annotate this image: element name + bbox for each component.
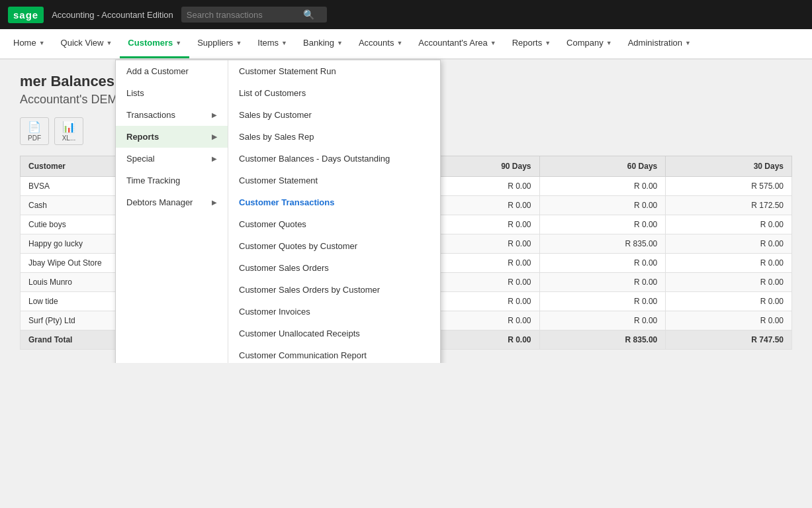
nav-label-home: Home (13, 38, 36, 48)
nav-item-accountants-area[interactable]: Accountant's Area ▼ (410, 29, 504, 58)
customer-statement-label: Customer Statement (239, 176, 318, 185)
chevron-down-icon: ▼ (281, 40, 287, 46)
nav-bar: Home ▼ Quick View ▼ Customers ▼ Supplier… (0, 29, 812, 60)
cell-30days: R 575.00 (666, 177, 792, 196)
cell-60days: R 0.00 (539, 177, 666, 196)
dropdown-customer-quotes[interactable]: Customer Quotes (228, 213, 440, 235)
nav-label-administration: Administration (628, 38, 682, 48)
chevron-down-icon: ▼ (396, 40, 402, 46)
search-input[interactable] (187, 10, 299, 20)
chevron-right-icon: ▶ (212, 111, 217, 119)
customer-quotes-by-customer-label: Customer Quotes by Customer (239, 241, 357, 251)
dropdown-list-of-customers[interactable]: List of Customers (228, 82, 440, 104)
nav-label-customers: Customers (128, 38, 173, 48)
cell-30days: R 0.00 (666, 234, 792, 254)
dropdown-customer-transactions[interactable]: Customer Transactions (228, 191, 440, 213)
customer-unallocated-receipts-label: Customer Unallocated Receipts (239, 329, 360, 338)
time-tracking-label: Time Tracking (126, 176, 180, 185)
dropdown-time-tracking[interactable]: Time Tracking (116, 170, 228, 191)
reports-label: Reports (126, 132, 159, 142)
dropdown-customer-balances[interactable]: Customer Balances - Days Outstanding (228, 148, 440, 170)
xls-button[interactable]: 📊 XL... (54, 117, 83, 145)
cell-60days: R 0.00 (539, 311, 666, 330)
nav-label-accountants-area: Accountant's Area (418, 38, 487, 48)
cell-30days: R 0.00 (666, 273, 792, 292)
dropdown-add-customer[interactable]: Add a Customer (116, 60, 228, 82)
nav-item-home[interactable]: Home ▼ (5, 29, 53, 58)
cell-30days: R 0.00 (666, 215, 792, 234)
dropdown-customer-sales-orders-by-customer[interactable]: Customer Sales Orders by Customer (228, 279, 440, 301)
xls-icon: 📊 (62, 121, 75, 133)
cell-30days: R 0.00 (666, 311, 792, 330)
dropdown-customer-communication-report[interactable]: Customer Communication Report (228, 344, 440, 363)
chevron-down-icon: ▼ (545, 40, 551, 46)
pdf-button[interactable]: 📄 PDF (20, 117, 49, 145)
add-customer-label: Add a Customer (126, 66, 189, 76)
special-label: Special (126, 154, 155, 164)
dropdown-sales-by-customer[interactable]: Sales by Customer (228, 104, 440, 126)
chevron-down-icon: ▼ (685, 40, 691, 46)
nav-label-suppliers: Suppliers (197, 38, 233, 48)
grand-total-60days: R 835.00 (539, 330, 666, 350)
pdf-label: PDF (28, 134, 41, 142)
customer-sales-orders-label: Customer Sales Orders (239, 263, 329, 273)
customer-transactions-label: Customer Transactions (239, 197, 335, 207)
dropdown-customer-unallocated-receipts[interactable]: Customer Unallocated Receipts (228, 323, 440, 344)
nav-item-administration[interactable]: Administration ▼ (620, 29, 699, 58)
dropdown-customer-sales-orders[interactable]: Customer Sales Orders (228, 257, 440, 279)
sales-by-sales-rep-label: Sales by Sales Rep (239, 132, 314, 142)
customer-statement-run-label: Customer Statement Run (239, 66, 336, 76)
nav-item-reports[interactable]: Reports ▼ (504, 29, 559, 58)
chevron-right-icon: ▶ (212, 199, 217, 206)
dropdown-col2: Customer Statement Run List of Customers… (228, 60, 440, 363)
chevron-down-icon: ▼ (39, 40, 45, 46)
nav-label-banking: Banking (303, 38, 334, 48)
customer-quotes-label: Customer Quotes (239, 219, 306, 229)
chevron-down-icon: ▼ (236, 40, 242, 46)
chevron-down-icon: ▼ (337, 40, 343, 46)
chevron-down-icon: ▼ (606, 40, 612, 46)
cell-60days: R 835.00 (539, 234, 666, 254)
cell-30days: R 0.00 (666, 292, 792, 311)
debtors-manager-label: Debtors Manager (126, 197, 193, 207)
nav-label-items: Items (257, 38, 279, 48)
nav-wrapper: Home ▼ Quick View ▼ Customers ▼ Supplier… (0, 29, 812, 60)
chevron-right-icon: ▶ (212, 133, 217, 140)
pdf-icon: 📄 (28, 121, 41, 133)
sage-logo: sage (8, 7, 44, 23)
customer-communication-report-label: Customer Communication Report (239, 350, 367, 360)
dropdown-debtors-manager[interactable]: Debtors Manager ▶ (116, 191, 228, 213)
list-of-customers-label: List of Customers (239, 88, 306, 98)
dropdown-transactions[interactable]: Transactions ▶ (116, 104, 228, 126)
nav-item-quick-view[interactable]: Quick View ▼ (53, 29, 120, 58)
dropdown-special[interactable]: Special ▶ (116, 148, 228, 170)
dropdown-lists[interactable]: Lists (116, 82, 228, 104)
dropdown-customer-statement[interactable]: Customer Statement (228, 170, 440, 191)
dropdown-customer-quotes-by-customer[interactable]: Customer Quotes by Customer (228, 235, 440, 257)
cell-60days: R 0.00 (539, 215, 666, 234)
search-button[interactable]: 🔍 (303, 9, 314, 20)
dropdown-customer-statement-run[interactable]: Customer Statement Run (228, 60, 440, 82)
app-title: Accounting - Accountant Edition (52, 10, 173, 20)
col-header-60days: 60 Days (539, 156, 666, 177)
grand-total-30days: R 747.50 (666, 330, 792, 350)
col-header-30days: 30 Days (666, 156, 792, 177)
dropdown-sales-by-sales-rep[interactable]: Sales by Sales Rep (228, 126, 440, 148)
dropdown-reports[interactable]: Reports ▶ (116, 126, 228, 148)
cell-60days: R 0.00 (539, 292, 666, 311)
nav-item-company[interactable]: Company ▼ (559, 29, 620, 58)
sales-by-customer-label: Sales by Customer (239, 110, 312, 120)
chevron-down-icon: ▼ (175, 40, 181, 46)
nav-item-items[interactable]: Items ▼ (249, 29, 295, 58)
nav-label-quick-view: Quick View (61, 38, 104, 48)
customers-dropdown: Add a Customer Lists Transactions ▶ Repo… (115, 60, 441, 363)
dropdown-customer-invoices[interactable]: Customer Invoices (228, 301, 440, 323)
nav-item-customers[interactable]: Customers ▼ (120, 29, 189, 58)
lists-label: Lists (126, 88, 144, 98)
nav-item-banking[interactable]: Banking ▼ (295, 29, 351, 58)
chevron-right-icon: ▶ (212, 155, 217, 162)
cell-30days: R 0.00 (666, 254, 792, 273)
cell-60days: R 0.00 (539, 273, 666, 292)
nav-item-suppliers[interactable]: Suppliers ▼ (189, 29, 249, 58)
nav-item-accounts[interactable]: Accounts ▼ (351, 29, 410, 58)
